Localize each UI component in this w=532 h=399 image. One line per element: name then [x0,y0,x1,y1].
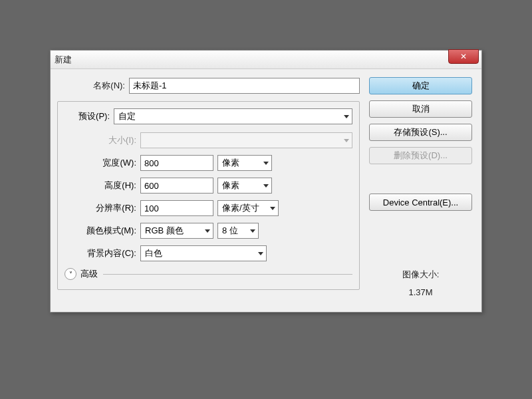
titlebar[interactable]: 新建 ✕ [51,51,481,69]
color-mode-label: 颜色模式(M): [65,225,140,237]
image-size-block: 图像大小: 1.37M [369,269,472,297]
name-label: 名称(N): [57,80,129,92]
divider [103,274,352,275]
size-label: 大小(I): [65,134,140,146]
color-mode-value: RGB 颜色 [145,225,184,237]
chevron-down-icon: ˅ [69,271,72,278]
resolution-label: 分辨率(R): [65,202,140,214]
chevron-down-icon [205,229,210,233]
advanced-toggle[interactable]: ˅ [65,268,76,280]
resolution-unit-dropdown[interactable]: 像素/英寸 [217,200,279,216]
advanced-row: ˅ 高级 [65,268,352,280]
background-row: 背景内容(C): 白色 [65,245,352,261]
height-label: 高度(H): [65,180,140,192]
dialog-title: 新建 [55,54,72,66]
height-input[interactable] [140,178,213,194]
chevron-down-icon [344,115,349,118]
chevron-down-icon [263,162,269,165]
bit-depth-dropdown[interactable]: 8 位 [217,223,259,239]
ok-button[interactable]: 确定 [369,77,472,94]
preset-dropdown[interactable]: 自定 [114,108,352,124]
right-panel: 确定 取消 存储预设(S)... 删除预设(D)... Device Centr… [369,77,472,297]
advanced-label: 高级 [80,268,98,280]
color-mode-row: 颜色模式(M): RGB 颜色 8 位 [65,223,352,239]
height-unit-dropdown[interactable]: 像素 [217,178,272,194]
size-dropdown [140,132,352,148]
preset-value: 自定 [118,110,136,122]
width-label: 宽度(W): [65,157,140,169]
new-document-dialog: 新建 ✕ 名称(N): 预设(P): 自定 大小(I): [50,50,482,313]
bit-depth-value: 8 位 [222,225,238,237]
width-input[interactable] [140,155,213,171]
device-central-button[interactable]: Device Central(E)... [369,194,472,211]
width-row: 宽度(W): 像素 [65,155,352,171]
preset-label: 预设(P): [65,110,114,122]
cancel-button[interactable]: 取消 [369,100,472,118]
save-preset-button[interactable]: 存储预设(S)... [369,124,472,141]
name-row: 名称(N): [57,77,360,94]
background-value: 白色 [145,247,162,259]
chevron-down-icon [344,139,349,142]
left-panel: 名称(N): 预设(P): 自定 大小(I): [57,77,360,297]
size-row: 大小(I): [65,132,352,148]
chevron-down-icon [250,229,255,233]
chevron-down-icon [263,184,269,188]
chevron-down-icon [270,207,275,210]
width-unit-dropdown[interactable]: 像素 [217,155,272,171]
resolution-unit-value: 像素/英寸 [222,202,259,214]
width-unit-value: 像素 [222,157,239,169]
image-size-value: 1.37M [369,287,472,297]
color-mode-dropdown[interactable]: RGB 颜色 [140,223,213,239]
height-unit-value: 像素 [222,180,239,192]
delete-preset-button: 删除预设(D)... [369,147,472,164]
background-dropdown[interactable]: 白色 [140,245,267,261]
close-button[interactable]: ✕ [448,49,479,64]
preset-row: 预设(P): 自定 [65,108,352,124]
resolution-row: 分辨率(R): 像素/英寸 [65,200,352,216]
name-input[interactable] [129,78,360,94]
chevron-down-icon [258,252,263,255]
height-row: 高度(H): 像素 [65,178,352,194]
close-icon: ✕ [460,52,467,61]
preset-fieldset: 预设(P): 自定 大小(I): 宽度(W): [57,101,360,290]
resolution-input[interactable] [140,200,213,216]
image-size-label: 图像大小: [369,269,472,281]
dialog-body: 名称(N): 预设(P): 自定 大小(I): [51,69,481,312]
background-label: 背景内容(C): [65,247,140,259]
